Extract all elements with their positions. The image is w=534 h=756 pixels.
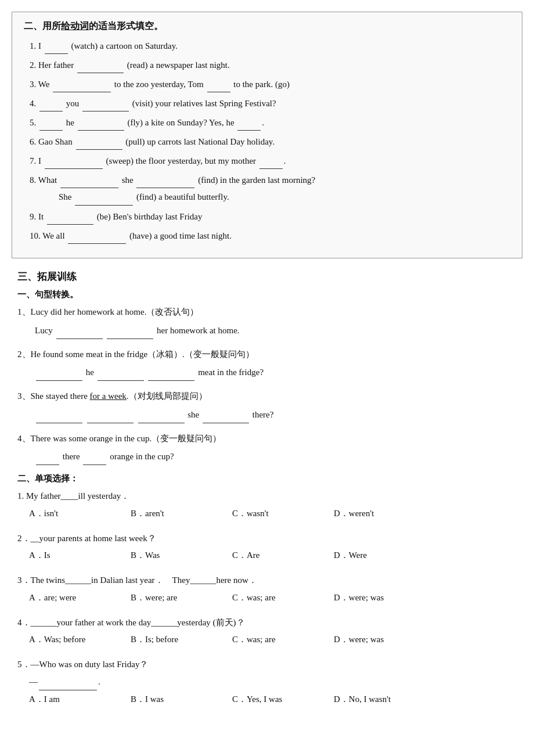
blank[interactable] [203,413,249,423]
list-item: 6. Gao Shan (pull) up carrots last Natio… [30,134,510,150]
blank[interactable] [76,139,122,150]
choice-question: 3．The twins______in Dalian last year． Th… [17,572,517,589]
options-row: A．are; were B．were; are C．was; are D．wer… [17,589,517,606]
option-a[interactable]: A．Was; before [29,631,131,648]
choice-question: 2．__your parents at home last week？ [17,530,517,547]
blank[interactable] [47,214,93,225]
option-d[interactable]: D．No, I wasn't [334,690,435,708]
blank[interactable] [39,120,63,131]
blank[interactable] [36,370,82,381]
options-row: A．isn't B．aren't C．wasn't D．weren't [17,505,517,522]
list-item: 10. We all (have) a good time last night… [30,228,510,244]
choice-question: 5．—Who was on duty last Friday？ [17,656,517,673]
blank[interactable] [36,455,59,465]
choice-item: 1. My father____ill yesterday． A．isn't B… [17,488,517,522]
option-a[interactable]: A．are; were [29,589,131,606]
option-b[interactable]: B．were; are [131,589,232,606]
transform-answer: she there? [17,406,517,423]
choice-item: 2．__your parents at home last week？ A．Is… [17,530,517,564]
blank[interactable] [39,680,97,690]
blank[interactable] [60,178,118,188]
transform-original: 3、She stayed there for a week.（对划线局部提问） [17,388,517,405]
options-row: A．Was; before B．Is; before C．was; are D．… [17,631,517,648]
transform-item: 2、He found some meat in the fridge（冰箱）.（… [17,346,517,381]
option-c[interactable]: C．Are [232,546,334,564]
list-item: 2. Her father (read) a newspaper last ni… [30,57,510,73]
option-d[interactable]: D．were; was [334,631,435,648]
blank[interactable] [77,63,124,73]
option-b[interactable]: B．I was [131,690,232,708]
options-row: A．Is B．Was C．Are D．Were [17,546,517,564]
option-c[interactable]: C．wasn't [232,505,334,522]
underline-phrase: for a week [90,391,127,401]
list-item: 9. It (be) Ben's birthday last Friday [30,209,510,225]
blank[interactable] [68,233,126,244]
blank[interactable] [148,370,194,381]
option-a[interactable]: A．Is [29,546,131,564]
transform-original: 4、There was some orange in the cup.（变一般疑… [17,430,517,447]
sub-title-1: 一、句型转换。 [17,289,517,300]
blank[interactable] [87,413,134,423]
blank[interactable] [75,195,133,206]
option-d[interactable]: D．weren't [334,505,435,522]
choice-item: 3．The twins______in Dalian last year． Th… [17,572,517,606]
blank[interactable] [207,82,230,92]
blank[interactable] [83,455,106,465]
option-a[interactable]: A．I am [29,690,131,708]
blank[interactable] [237,120,261,131]
section-2-list: 1. I (watch) a cartoon on Saturday. 2. H… [24,38,510,244]
list-item: 5. he (fly) a kite on Sunday? Yes, he . [30,115,510,131]
choice-item: 5．—Who was on duty last Friday？ —. A．I a… [17,656,517,708]
choice-question: 1. My father____ill yesterday． [17,488,517,505]
option-d[interactable]: D．were; was [334,589,435,606]
transform-answer: he meat in the fridge? [17,363,517,381]
transform-original: 1、Lucy did her homework at home.（改否认句） [17,304,517,321]
section-3: 三、拓展训练 一、句型转换。 1、Lucy did her homework a… [12,270,522,708]
blank[interactable] [78,120,124,131]
list-item: 4. you (visit) your relatives last Sprin… [30,96,510,111]
blank[interactable] [259,159,283,169]
blank[interactable] [53,82,111,92]
blank[interactable] [98,370,144,381]
option-b[interactable]: B．Was [131,546,232,564]
section-2-title-suffix: 的适当形式填空。 [89,21,163,31]
list-item: 7. I (sweep) the floor yesterday, but my… [30,153,510,169]
section-2-title: 二、用所给动词的适当形式填空。 [24,20,510,33]
choice-sub-question: —. [17,673,517,690]
options-row: A．I am B．I was C．Yes, I was D．No, I wasn… [17,690,517,708]
choice-item: 4．______your father at work the day_____… [17,614,517,649]
blank[interactable] [45,44,68,54]
list-item: 3. We to the zoo yesterday, Tom to the p… [30,77,510,92]
transform-item: 4、There was some orange in the cup.（变一般疑… [17,430,517,466]
blank[interactable] [82,101,129,111]
blank[interactable] [138,413,185,423]
blank[interactable] [107,329,153,339]
transform-list: 1、Lucy did her homework at home.（改否认句） L… [17,304,517,465]
option-a[interactable]: A．isn't [29,505,131,522]
option-c[interactable]: C．was; are [232,631,334,648]
blank[interactable] [39,101,63,111]
transform-item: 1、Lucy did her homework at home.（改否认句） L… [17,304,517,339]
transform-answer: Lucy her homework at home. [17,322,517,339]
choice-list: 1. My father____ill yesterday． A．isn't B… [17,488,517,708]
list-item: 1. I (watch) a cartoon on Saturday. [30,38,510,54]
option-c[interactable]: C．was; are [232,589,334,606]
blank[interactable] [45,159,103,169]
transform-original: 2、He found some meat in the fridge（冰箱）.（… [17,346,517,363]
option-d[interactable]: D．Were [334,546,435,564]
option-b[interactable]: B．Is; before [131,631,232,648]
transform-item: 3、She stayed there for a week.（对划线局部提问） … [17,388,517,423]
option-b[interactable]: B．aren't [131,505,232,522]
section-2-box: 二、用所给动词的适当形式填空。 1. I (watch) a cartoon o… [12,12,522,258]
option-c[interactable]: C．Yes, I was [232,690,334,708]
blank[interactable] [136,178,194,188]
section-3-title: 三、拓展训练 [17,270,517,283]
list-item: 8. What she (find) in the garden last mo… [30,172,510,206]
blank[interactable] [56,329,103,339]
choice-question: 4．______your father at work the day_____… [17,614,517,631]
blank[interactable] [36,413,82,423]
transform-answer: there orange in the cup? [17,448,517,465]
sub-title-2: 二、单项选择： [17,473,517,484]
section-2-title-bold: 给动词 [61,21,89,31]
section-2-title-prefix: 二、用所 [24,21,61,31]
